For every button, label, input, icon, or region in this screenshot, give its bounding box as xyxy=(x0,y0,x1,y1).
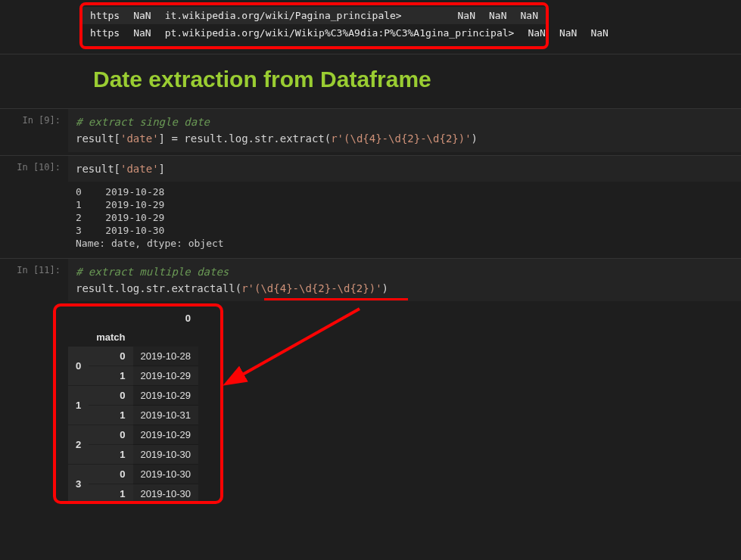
cell: NaN xyxy=(528,27,545,39)
prompt-empty xyxy=(0,301,68,513)
match-header: match xyxy=(89,328,132,347)
cell: NaN xyxy=(133,10,151,21)
prompt-label: In [9]: xyxy=(0,109,68,152)
top-table-row: https NaN it.wikipedia.org/wiki/Pagina_p… xyxy=(83,7,546,24)
code-input[interactable]: result['date'] xyxy=(76,160,741,177)
prompt-label: In [11]: xyxy=(0,259,68,302)
code-token: ] = result.log.str.extract( xyxy=(159,132,332,145)
code-string: 'date' xyxy=(120,132,159,145)
cell-value: 2019-10-30 xyxy=(133,465,199,484)
markdown-cell-heading: Date extraction from Dataframe xyxy=(0,54,741,108)
row-index: 2 xyxy=(68,425,89,465)
svg-line-0 xyxy=(238,309,360,377)
code-token: ] xyxy=(159,163,165,175)
col-header: 0 xyxy=(133,309,199,328)
table-row: 102019-10-29 xyxy=(68,386,198,406)
cell: NaN xyxy=(458,10,475,21)
cell-value: 2019-10-29 xyxy=(133,425,199,445)
row-match: 1 xyxy=(89,406,132,425)
cell: https xyxy=(90,10,120,21)
prompt-empty xyxy=(0,54,68,108)
code-cell-11[interactable]: In [11]: # extract multiple dates result… xyxy=(0,258,741,302)
row-match: 0 xyxy=(89,425,132,445)
code-comment: # extract single date xyxy=(76,116,210,128)
highlighted-top-table: https NaN it.wikipedia.org/wiki/Pagina_p… xyxy=(79,2,549,49)
prompt-empty xyxy=(0,182,68,254)
output-cell-10: 0 2019-10-28 1 2019-10-29 2 2019-10-29 3… xyxy=(0,182,741,254)
cell: NaN xyxy=(559,27,577,39)
cell: NaN xyxy=(590,27,608,39)
row-match: 0 xyxy=(89,347,132,366)
code-token: ) xyxy=(382,282,388,294)
table-row: 302019-10-30 xyxy=(68,465,198,484)
cell: NaN xyxy=(521,10,538,21)
code-token: result.log.str.extractall( xyxy=(76,282,241,294)
row-match: 1 xyxy=(89,484,132,504)
cell-value: 2019-10-30 xyxy=(133,445,199,465)
row-match: 0 xyxy=(89,465,132,484)
dataframe-output: 0 match 002019-10-2812019-10-29102019-10… xyxy=(68,309,198,504)
top-table-row: https NaN pt.wikipedia.org/wiki/Wikip%C3… xyxy=(83,24,546,42)
row-index: 0 xyxy=(68,347,89,386)
code-input[interactable]: # extract multiple dates result.log.str.… xyxy=(76,263,741,297)
code-regex: r'(\d{4}-\d{2}-\d{2})' xyxy=(331,132,471,145)
code-token: result[ xyxy=(76,163,120,175)
code-cell-10[interactable]: In [10]: result['date'] xyxy=(0,155,741,182)
cell: NaN xyxy=(489,10,506,21)
annotation-arrow-icon xyxy=(223,294,375,407)
cell-value: 2019-10-29 xyxy=(133,366,199,386)
section-heading: Date extraction from Dataframe xyxy=(76,59,741,104)
row-index: 1 xyxy=(68,386,89,425)
annotation-underline xyxy=(264,298,408,300)
prompt-label: In [10]: xyxy=(0,156,68,182)
code-comment: # extract multiple dates xyxy=(76,266,229,278)
text-output: 0 2019-10-28 1 2019-10-29 2 2019-10-29 3… xyxy=(76,186,741,250)
cell-value: 2019-10-28 xyxy=(133,347,199,366)
code-string: 'date' xyxy=(120,163,159,175)
code-token: ) xyxy=(472,132,478,145)
cell-value: 2019-10-29 xyxy=(133,386,199,406)
code-token: result[ xyxy=(76,132,120,145)
table-row: 002019-10-28 xyxy=(68,347,198,366)
cell: pt.wikipedia.org/wiki/Wikip%C3%A9dia:P%C… xyxy=(165,27,515,39)
cell: NaN xyxy=(133,27,151,39)
cell-value: 2019-10-30 xyxy=(133,484,199,504)
row-match: 0 xyxy=(89,386,132,406)
row-match: 1 xyxy=(89,445,132,465)
cell: it.wikipedia.org/wiki/Pagina_principale> xyxy=(165,10,444,21)
row-match: 1 xyxy=(89,366,132,386)
code-input[interactable]: # extract single date result['date'] = r… xyxy=(76,114,741,148)
cell: https xyxy=(90,27,120,39)
code-cell-9[interactable]: In [9]: # extract single date result['da… xyxy=(0,108,741,152)
table-row: 202019-10-29 xyxy=(68,425,198,445)
code-regex: r'(\d{4}-\d{2}-\d{2})' xyxy=(241,282,381,294)
cell-value: 2019-10-31 xyxy=(133,406,199,425)
output-cell-11: 0 match 002019-10-2812019-10-29102019-10… xyxy=(0,301,741,513)
row-index: 3 xyxy=(68,465,89,504)
